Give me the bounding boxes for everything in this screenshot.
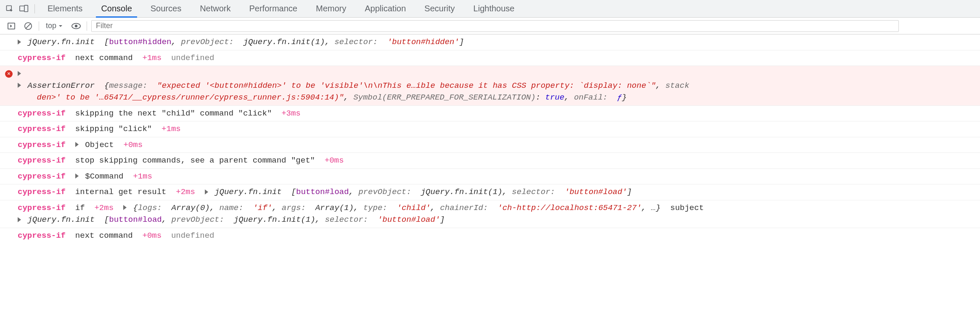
tab-security[interactable]: Security: [415, 0, 464, 18]
tab-memory[interactable]: Memory: [307, 0, 355, 18]
svg-rect-2: [24, 5, 28, 11]
svg-line-5: [26, 24, 31, 28]
separator: [39, 21, 39, 31]
console-toolbar: top: [0, 18, 980, 34]
inspect-element-icon[interactable]: [3, 2, 17, 16]
device-toolbar-icon[interactable]: [17, 2, 31, 16]
toggle-sidebar-icon[interactable]: [5, 20, 18, 32]
console-error-row[interactable]: ✕ AssertionError {message: "expected '<b…: [0, 66, 980, 106]
expand-arrow-icon[interactable]: [18, 39, 21, 45]
svg-point-7: [75, 24, 77, 27]
error-icon: ✕: [5, 70, 13, 78]
live-expression-icon[interactable]: [70, 20, 82, 32]
console-row[interactable]: cypress-if stop skipping commands, see a…: [0, 153, 980, 169]
clear-console-icon[interactable]: [22, 20, 34, 32]
expand-arrow-icon[interactable]: [18, 71, 21, 76]
console-row[interactable]: cypress-if if +2ms {logs: Array(0), name…: [0, 200, 980, 228]
tab-elements[interactable]: Elements: [38, 0, 92, 18]
element-ref: button#hidden: [109, 37, 171, 47]
expand-arrow-icon[interactable]: [75, 173, 79, 179]
console-row[interactable]: cypress-if skipping the next "child" com…: [0, 106, 980, 122]
expand-arrow-icon[interactable]: [205, 189, 208, 194]
devtools-tabs-bar: ElementsConsoleSourcesNetworkPerformance…: [0, 0, 980, 18]
tab-sources[interactable]: Sources: [141, 0, 191, 18]
expand-arrow-icon[interactable]: [18, 217, 21, 222]
console-row[interactable]: cypress-if next command +0ms undefined: [0, 228, 980, 244]
execution-context-selector[interactable]: top: [43, 21, 66, 30]
separator: [87, 21, 87, 31]
context-label: top: [46, 21, 56, 30]
filter-input[interactable]: [91, 20, 899, 32]
console-row[interactable]: cypress-if Object +0ms: [0, 137, 980, 153]
object-name: jQuery.fn.init: [27, 37, 95, 47]
log-namespace: cypress-if: [18, 53, 66, 63]
console-row[interactable]: cypress-if next command +1ms undefined: [0, 50, 980, 66]
expand-arrow-icon[interactable]: [75, 142, 79, 147]
tab-console[interactable]: Console: [92, 0, 141, 18]
console-row[interactable]: cypress-if skipping "click" +1ms: [0, 121, 980, 137]
tab-lighthouse[interactable]: Lighthouse: [464, 0, 524, 18]
tab-network[interactable]: Network: [191, 0, 240, 18]
tab-performance[interactable]: Performance: [240, 0, 307, 18]
tab-application[interactable]: Application: [355, 0, 415, 18]
console-output: jQuery.fn.init [button#hidden, prevObjec…: [0, 34, 980, 243]
error-message: "expected '<button#hidden>' to be 'visib…: [157, 81, 656, 90]
console-row[interactable]: cypress-if $Command +1ms: [0, 169, 980, 185]
separator: [34, 4, 35, 13]
console-row[interactable]: jQuery.fn.init [button#hidden, prevObjec…: [0, 34, 980, 50]
expand-arrow-icon[interactable]: [123, 205, 127, 210]
console-row[interactable]: cypress-if internal get result +2ms jQue…: [0, 184, 980, 200]
chevron-down-icon: [58, 24, 63, 29]
error-name: AssertionError: [27, 81, 95, 90]
expand-arrow-icon[interactable]: [18, 83, 21, 88]
